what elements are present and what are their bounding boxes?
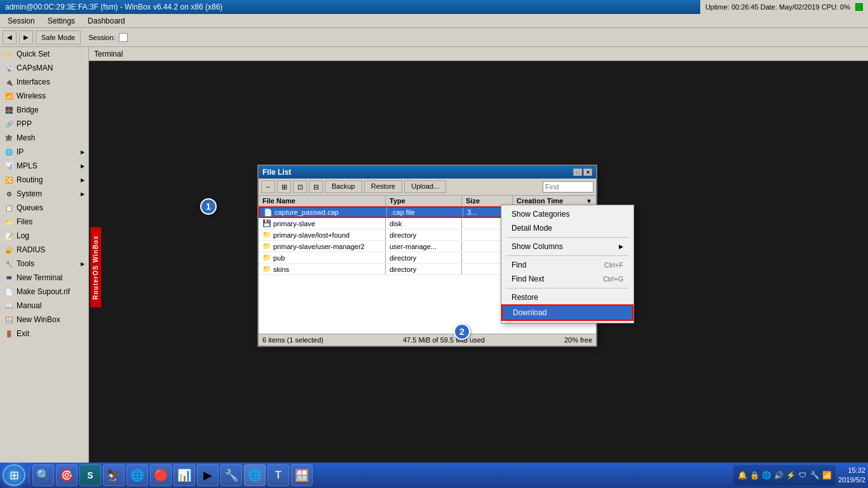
sidebar-item-tools[interactable]: 🔧 Tools xyxy=(0,257,88,271)
ctx-find[interactable]: Find Ctrl+F xyxy=(501,258,634,272)
sidebar-item-mpls[interactable]: 📊 MPLS xyxy=(0,159,88,173)
file-list-close-button[interactable]: ✕ xyxy=(583,168,592,176)
ctx-show-columns[interactable]: Show Columns ▶ xyxy=(501,240,634,254)
sidebar-label-ppp: PPP xyxy=(17,119,32,128)
taskbar-app-3[interactable]: 🦅 xyxy=(103,464,125,486)
file-name-cell: 📁 primary-slave/lost+found xyxy=(259,229,386,240)
routeros-label: RouterOS WinBox xyxy=(90,227,101,308)
start-button[interactable]: ⊞ xyxy=(3,464,25,486)
restore-button[interactable]: Restore xyxy=(364,180,403,193)
ctx-restore[interactable]: Restore xyxy=(501,290,634,304)
tray-icon-5[interactable]: ⚡ xyxy=(785,470,796,480)
taskbar-app-7[interactable]: ▶ xyxy=(197,464,219,486)
file-list-filter-button[interactable]: ⊞ xyxy=(277,180,291,193)
upload-button[interactable]: Upload... xyxy=(404,180,446,193)
uptime-bar: Uptime: 00:26:45 Date: May/02/2019 CPU: … xyxy=(700,0,868,14)
tray-icon-7[interactable]: 🔧 xyxy=(810,470,820,480)
sidebar-item-quick-set[interactable]: ⚡ Quick Set xyxy=(0,47,88,61)
taskbar-app-1[interactable]: 🎯 xyxy=(56,464,78,486)
sidebar-item-ppp[interactable]: 🔗 PPP xyxy=(0,117,88,131)
tray-icon-2[interactable]: 🔒 xyxy=(749,470,759,480)
taskbar-app-2[interactable]: S xyxy=(79,464,101,486)
taskbar-app-5[interactable]: 🔴 xyxy=(150,464,172,486)
taskbar-app-t[interactable]: T xyxy=(268,464,289,486)
make-supout-icon: 📄 xyxy=(4,287,14,297)
col-header-type[interactable]: Type xyxy=(386,196,462,206)
sidebar-item-wireless[interactable]: 📶 Wireless xyxy=(0,89,88,103)
ctx-show-categories[interactable]: Show Categories xyxy=(501,207,634,221)
tray-icon-3[interactable]: 🌐 xyxy=(761,470,771,480)
sidebar-label-mesh: Mesh xyxy=(17,133,35,142)
menu-session[interactable]: Session xyxy=(3,15,40,27)
sidebar-label-bridge: Bridge xyxy=(17,105,39,114)
file-type-cell: user-manage... xyxy=(386,241,462,252)
ctx-detail-mode[interactable]: Detail Mode xyxy=(501,221,634,235)
status-items: 6 items (1 selected) xyxy=(262,336,323,344)
new-winbox-icon: 🪟 xyxy=(4,315,14,325)
col-header-name[interactable]: File Name xyxy=(259,196,386,206)
sidebar-item-bridge[interactable]: 🌉 Bridge xyxy=(0,103,88,117)
sidebar-item-capsman[interactable]: 📡 CAPsMAN xyxy=(0,61,88,75)
session-label: Session: xyxy=(88,34,115,41)
find-input[interactable] xyxy=(543,181,593,193)
bridge-icon: 🌉 xyxy=(4,105,14,115)
sidebar-item-interfaces[interactable]: 🔌 Interfaces xyxy=(0,75,88,89)
backup-button[interactable]: Backup xyxy=(325,180,362,193)
back-button[interactable]: ◀ xyxy=(3,30,17,44)
sidebar-label-files: Files xyxy=(17,217,32,226)
folder-icon: 📁 xyxy=(262,231,271,239)
disk-icon: 💾 xyxy=(262,219,271,227)
safe-mode-button[interactable]: Safe Mode xyxy=(36,30,81,44)
ctx-separator-3 xyxy=(506,288,628,288)
ctx-download[interactable]: Download xyxy=(501,304,634,321)
sidebar-item-manual[interactable]: 📖 Manual xyxy=(0,299,88,313)
new-terminal-icon: 💻 xyxy=(4,273,14,283)
file-type-cell: directory xyxy=(386,230,462,240)
session-checkbox[interactable] xyxy=(119,33,128,42)
sidebar-item-radius[interactable]: 🔐 RADIUS xyxy=(0,243,88,257)
sidebar-item-queues[interactable]: 📋 Queues xyxy=(0,201,88,215)
taskbar-app-winbox2[interactable]: 🪟 xyxy=(291,464,313,486)
sidebar-item-exit[interactable]: 🚪 Exit xyxy=(0,327,88,341)
forward-button[interactable]: ▶ xyxy=(19,30,33,44)
sidebar-item-make-supout[interactable]: 📄 Make Supout.rif xyxy=(0,285,88,299)
file-list-copy-button[interactable]: ⊡ xyxy=(293,180,307,193)
taskbar-app-6[interactable]: 📊 xyxy=(173,464,195,486)
tray-icon-1[interactable]: 🔔 xyxy=(737,470,747,480)
file-list-search xyxy=(543,181,593,193)
sidebar-label-system: System xyxy=(17,189,42,198)
taskbar-search[interactable]: 🔍 xyxy=(32,464,54,486)
menu-settings[interactable]: Settings xyxy=(43,15,80,27)
taskbar-app-4[interactable]: 🌐 xyxy=(126,464,148,486)
sidebar-item-ip[interactable]: 🌐 IP xyxy=(0,145,88,159)
tray-icon-4[interactable]: 🔊 xyxy=(773,470,783,480)
sidebar-item-routing[interactable]: 🔀 Routing xyxy=(0,173,88,187)
cpu-indicator xyxy=(855,3,863,11)
toolbar: ◀ ▶ Safe Mode Session: Uptime: 00:26:45 … xyxy=(0,28,868,47)
folder-icon: 📁 xyxy=(262,265,271,273)
tray-icon-8[interactable]: 📶 xyxy=(822,470,832,480)
taskbar-app-8[interactable]: 🔧 xyxy=(220,464,242,486)
window-title: admin@00:0C:29:3E:FA:3F (fsm) - WinBox v… xyxy=(5,3,222,11)
step-indicator-2: 2 xyxy=(454,323,470,340)
mesh-icon: 🕸 xyxy=(4,133,14,143)
sidebar-item-files[interactable]: 📁 Files xyxy=(0,215,88,229)
capsman-icon: 📡 xyxy=(4,63,14,73)
sidebar-item-log[interactable]: 📝 Log xyxy=(0,229,88,243)
file-type-cell: directory xyxy=(386,253,462,263)
file-list-minus-button[interactable]: − xyxy=(261,180,275,193)
file-name-cell: 📁 primary-slave/user-manager2 xyxy=(259,241,386,252)
sidebar-label-queues: Queues xyxy=(17,203,43,212)
ctx-find-next[interactable]: Find Next Ctrl+G xyxy=(501,272,634,286)
menu-dashboard[interactable]: Dashboard xyxy=(83,15,130,27)
taskbar-app-winbox[interactable]: 🌐 xyxy=(244,464,266,486)
status-free: 20% free xyxy=(564,336,592,344)
sidebar-item-new-terminal[interactable]: 💻 New Terminal xyxy=(0,271,88,285)
tray-icon-6[interactable]: 🛡 xyxy=(797,470,808,480)
sidebar-item-system[interactable]: ⚙ System xyxy=(0,187,88,201)
sidebar-item-new-winbox[interactable]: 🪟 New WinBox xyxy=(0,313,88,327)
file-list-sort-button[interactable]: ⊟ xyxy=(309,180,323,193)
sidebar-item-mesh[interactable]: 🕸 Mesh xyxy=(0,131,88,145)
taskbar: ⊞ 🔍 🎯 S 🦅 🌐 🔴 📊 ▶ 🔧 🌐 T 🪟 🔔 🔒 🌐 🔊 ⚡ 🛡 🔧 … xyxy=(0,463,868,488)
file-list-resize-button[interactable]: □ xyxy=(573,168,582,176)
